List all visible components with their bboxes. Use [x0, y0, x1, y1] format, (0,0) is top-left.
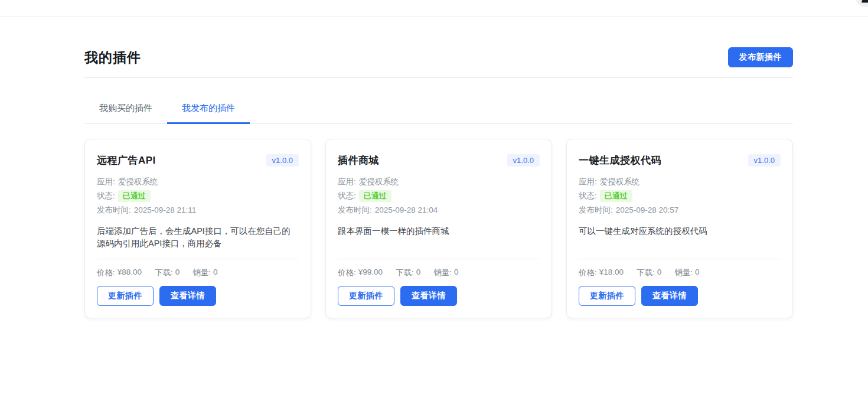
meta-app: 应用: 爱授权系统 — [579, 175, 781, 189]
card-actions: 更新插件 查看详情 — [338, 286, 540, 306]
meta-status: 状态: 已通过 — [338, 189, 540, 203]
stat-price: 价格: ¥88.00 — [97, 268, 142, 278]
status-label: 状态: — [579, 189, 597, 203]
meta-app: 应用: 爱授权系统 — [338, 175, 540, 189]
view-details-button[interactable]: 查看详情 — [641, 286, 698, 306]
app-value: 爱授权系统 — [118, 175, 158, 189]
plugin-card: 远程广告API v1.0.0 应用: 爱授权系统 状态: 已通过 发布时间: 2… — [84, 139, 311, 318]
plugin-title: 一键生成授权代码 — [579, 154, 661, 167]
plugin-stats: 价格: ¥99.00 下载: 0 销量: 0 — [338, 268, 540, 278]
plugin-stats: 价格: ¥88.00 下载: 0 销量: 0 — [97, 268, 299, 278]
app-label: 应用: — [579, 175, 597, 189]
published-value: 2025-09-28 21:04 — [375, 203, 438, 217]
stat-sales: 销量: 0 — [433, 268, 458, 278]
downloads-label: 下载: — [155, 268, 173, 278]
price-value: ¥88.00 — [118, 268, 142, 278]
publish-new-plugin-button[interactable]: 发布新插件 — [728, 47, 794, 67]
plugin-title: 插件商城 — [338, 154, 379, 167]
downloads-value: 0 — [175, 268, 180, 278]
published-label: 发布时间: — [338, 203, 372, 217]
card-header: 插件商城 v1.0.0 — [338, 154, 540, 167]
stat-sales: 销量: 0 — [192, 268, 217, 278]
stat-price: 价格: ¥99.00 — [338, 268, 383, 278]
card-divider — [97, 259, 299, 259]
price-value: ¥99.00 — [358, 268, 383, 278]
status-badge: 已通过 — [118, 190, 151, 202]
meta-published: 发布时间: 2025-09-28 21:11 — [97, 203, 299, 217]
page-title: 我的插件 — [84, 48, 141, 67]
card-divider — [338, 259, 540, 259]
stat-downloads: 下载: 0 — [155, 268, 180, 278]
plugin-card-list: 远程广告API v1.0.0 应用: 爱授权系统 状态: 已通过 发布时间: 2… — [84, 139, 793, 318]
published-value: 2025-09-28 21:11 — [134, 203, 197, 217]
plugin-title: 远程广告API — [97, 154, 156, 167]
published-value: 2025-09-28 20:57 — [616, 203, 679, 217]
meta-app: 应用: 爱授权系统 — [97, 175, 299, 189]
sales-value: 0 — [454, 268, 459, 278]
card-header: 一键生成授权代码 v1.0.0 — [579, 154, 781, 167]
meta-status: 状态: 已通过 — [97, 189, 299, 203]
status-badge: 已通过 — [600, 190, 632, 202]
meta-published: 发布时间: 2025-09-28 20:57 — [579, 203, 781, 217]
plugin-card: 插件商城 v1.0.0 应用: 爱授权系统 状态: 已通过 发布时间: 2025… — [325, 139, 552, 318]
version-badge: v1.0.0 — [507, 154, 540, 167]
update-plugin-button[interactable]: 更新插件 — [97, 286, 154, 306]
view-details-button[interactable]: 查看详情 — [400, 286, 457, 306]
version-badge: v1.0.0 — [266, 154, 299, 167]
status-label: 状态: — [97, 189, 115, 203]
published-label: 发布时间: — [97, 203, 131, 217]
plugin-meta: 应用: 爱授权系统 状态: 已通过 发布时间: 2025-09-28 20:57 — [579, 175, 781, 217]
user-avatar[interactable] — [856, 0, 868, 7]
downloads-label: 下载: — [396, 268, 414, 278]
plugin-description: 跟本界面一模一样的插件商城 — [338, 225, 540, 250]
sales-label: 销量: — [192, 268, 211, 278]
app-label: 应用: — [97, 175, 115, 189]
price-label: 价格: — [338, 268, 356, 278]
status-badge: 已通过 — [359, 190, 391, 202]
header-divider — [84, 77, 793, 78]
plugin-meta: 应用: 爱授权系统 状态: 已通过 发布时间: 2025-09-28 21:04 — [338, 175, 540, 217]
topbar — [0, 0, 868, 17]
plugin-card: 一键生成授权代码 v1.0.0 应用: 爱授权系统 状态: 已通过 发布时间: … — [566, 139, 793, 318]
stat-price: 价格: ¥18.00 — [579, 268, 624, 278]
sales-label: 销量: — [674, 268, 693, 278]
stat-sales: 销量: 0 — [674, 268, 699, 278]
app-value: 爱授权系统 — [359, 175, 399, 189]
sales-label: 销量: — [433, 268, 452, 278]
downloads-value: 0 — [416, 268, 421, 278]
update-plugin-button[interactable]: 更新插件 — [579, 286, 635, 306]
sales-value: 0 — [695, 268, 700, 278]
app-label: 应用: — [338, 175, 356, 189]
meta-status: 状态: 已通过 — [579, 189, 781, 203]
card-divider — [579, 259, 781, 259]
plugin-description: 后端添加广告后，会生成API接口，可以在您自己的源码内引用此API接口，商用必备 — [97, 225, 299, 250]
update-plugin-button[interactable]: 更新插件 — [338, 286, 394, 306]
downloads-value: 0 — [657, 268, 662, 278]
card-actions: 更新插件 查看详情 — [579, 286, 781, 306]
published-label: 发布时间: — [579, 203, 613, 217]
main-content: 我的插件 发布新插件 我购买的插件 我发布的插件 远程广告API v1.0.0 … — [84, 17, 793, 318]
app-value: 爱授权系统 — [600, 175, 640, 189]
card-header: 远程广告API v1.0.0 — [97, 154, 299, 167]
tab-purchased-plugins[interactable]: 我购买的插件 — [84, 96, 167, 124]
plugin-stats: 价格: ¥18.00 下载: 0 销量: 0 — [579, 268, 781, 278]
card-actions: 更新插件 查看详情 — [97, 286, 299, 306]
sales-value: 0 — [213, 268, 218, 278]
stat-downloads: 下载: 0 — [396, 268, 420, 278]
tab-published-plugins[interactable]: 我发布的插件 — [167, 96, 250, 124]
price-value: ¥18.00 — [599, 268, 624, 278]
price-label: 价格: — [579, 268, 597, 278]
view-details-button[interactable]: 查看详情 — [159, 286, 216, 306]
stat-downloads: 下载: 0 — [637, 268, 661, 278]
page-header: 我的插件 发布新插件 — [84, 47, 793, 67]
plugin-description: 可以一键生成对应系统的授权代码 — [579, 225, 781, 250]
downloads-label: 下载: — [637, 268, 655, 278]
tab-bar: 我购买的插件 我发布的插件 — [84, 96, 793, 124]
price-label: 价格: — [97, 268, 115, 278]
status-label: 状态: — [338, 189, 356, 203]
user-icon — [860, 0, 868, 4]
meta-published: 发布时间: 2025-09-28 21:04 — [338, 203, 540, 217]
plugin-meta: 应用: 爱授权系统 状态: 已通过 发布时间: 2025-09-28 21:11 — [97, 175, 299, 217]
version-badge: v1.0.0 — [748, 154, 781, 167]
